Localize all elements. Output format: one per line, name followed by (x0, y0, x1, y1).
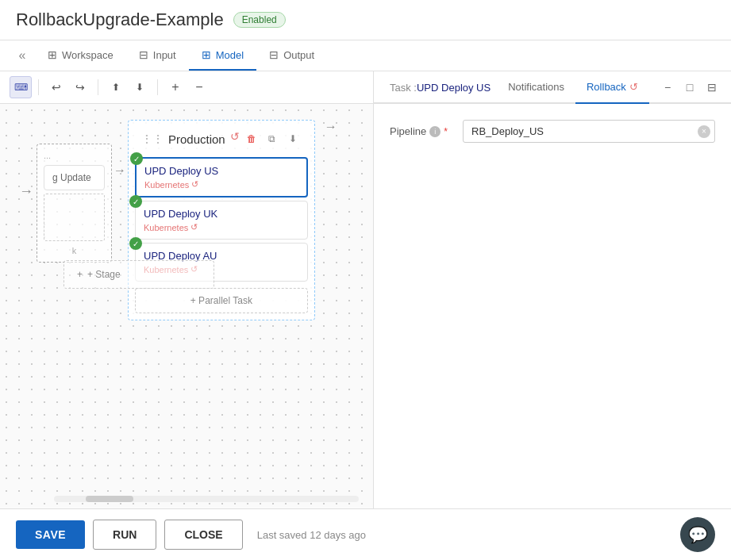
right-panel: Task :UPD Deploy US Notifications Rollba… (374, 71, 731, 508)
partial-task-2: k (44, 246, 105, 255)
zoom-in-button[interactable]: + (164, 76, 187, 98)
production-stage[interactable]: ⋮⋮ Production ↺ 🗑 ⧉ ⬇ ✓ UPD (128, 120, 315, 320)
collapse-button[interactable]: « (13, 46, 32, 65)
task-name-2: UPD Deploy UK (144, 208, 299, 220)
stage-actions: ↺ 🗑 ⧉ ⬇ (230, 130, 302, 148)
save-button[interactable]: SAVE (16, 520, 85, 549)
delete-stage-button[interactable]: 🗑 (243, 130, 260, 148)
copy-stage-button[interactable]: ⧉ (264, 130, 281, 148)
app-title: RollbackUpgrade-Example (16, 10, 224, 30)
move-up-button[interactable]: ⬆ (105, 76, 127, 98)
run-button[interactable]: RUN (93, 520, 156, 550)
toolbar-separator-3 (157, 79, 158, 95)
tab-input[interactable]: ⊟ Input (126, 40, 189, 71)
minimize-panel-button[interactable]: − (658, 78, 677, 97)
workspace-icon: ⊞ (48, 48, 57, 61)
clear-pipeline-button[interactable]: × (698, 125, 710, 138)
nav-tabs: « ⊞ Workspace ⊟ Input ⊞ Model ⊟ Output (0, 40, 731, 71)
pipeline-info-icon: i (429, 126, 441, 137)
task-type-2: Kubernetes ↺ (144, 222, 299, 232)
partial-task-1: g Update (44, 165, 105, 190)
save-status: Last saved 12 days ago (257, 529, 366, 541)
tab-output[interactable]: ⊟ Output (256, 40, 327, 71)
app-header: RollbackUpgrade-Example Enabled (0, 0, 731, 40)
toolbar-group-keyboard: ⌨ (10, 76, 32, 98)
canvas-toolbar: ⌨ ↩ ↪ ⬆ ⬇ + − (0, 71, 373, 104)
task-name: UPD Deploy US (144, 165, 298, 177)
canvas-panel: ⌨ ↩ ↪ ⬆ ⬇ + − → (0, 71, 374, 508)
output-icon: ⊟ (269, 48, 279, 61)
toolbar-separator-1 (38, 79, 39, 95)
task-card-upd-deploy-uk[interactable]: ✓ UPD Deploy UK Kubernetes ↺ (135, 201, 308, 240)
add-stage-icon: + (77, 269, 83, 280)
scroll-track (54, 496, 359, 502)
add-stage-button[interactable]: + + Stage (63, 260, 214, 289)
add-stage-area: → + + Stage (315, 120, 337, 190)
add-parallel-task-button[interactable]: + Parallel Task (135, 288, 308, 313)
toolbar-group-move: ⬆ ⬇ (105, 76, 151, 98)
task-rollback-icon: ↺ (191, 179, 198, 190)
task-rollback-icon-2: ↺ (190, 222, 198, 232)
tab-rollback[interactable]: Rollback ↺ (575, 71, 649, 104)
move-down-button[interactable]: ⬇ (129, 76, 151, 98)
zoom-out-button[interactable]: − (188, 76, 210, 98)
drag-handle-icon: ⋮⋮ (141, 132, 164, 145)
pipeline-field-row: Pipeline i * × (390, 120, 715, 143)
redo-button[interactable]: ↪ (69, 76, 91, 98)
rollback-stage-icon[interactable]: ↺ (230, 130, 240, 148)
task-check-icon-3: ✓ (129, 237, 142, 250)
task-check-icon: ✓ (130, 152, 143, 165)
restore-panel-button[interactable]: □ (680, 78, 699, 97)
task-label: Task :UPD Deploy US (383, 72, 497, 103)
enabled-badge: Enabled (233, 12, 286, 28)
toolbar-group-history: ↩ ↪ (45, 76, 91, 98)
model-icon: ⊞ (202, 48, 211, 61)
input-icon: ⊟ (139, 48, 148, 61)
pipeline-label: Pipeline i * (390, 125, 453, 137)
tab-model[interactable]: ⊞ Model (189, 40, 256, 71)
pipeline-input-wrap: × (463, 120, 715, 143)
required-indicator: * (444, 126, 448, 137)
arrow-1: → (113, 120, 126, 178)
stage-title: Production (168, 132, 225, 146)
toolbar-separator-2 (98, 79, 98, 95)
pipeline-input[interactable] (463, 120, 715, 143)
rollback-tab-icon: ↺ (629, 81, 638, 93)
bottom-bar: SAVE RUN CLOSE Last saved 12 days ago 💬 (0, 508, 731, 560)
arrow-2: → (325, 120, 337, 134)
tab-workspace[interactable]: ⊞ Workspace (35, 40, 126, 71)
close-panel-button[interactable]: ⊟ (702, 78, 721, 97)
horizontal-scrollbar[interactable] (48, 493, 365, 505)
chat-bubble-button[interactable]: 💬 (680, 517, 715, 552)
download-stage-button[interactable]: ⬇ (284, 130, 302, 148)
left-arrow: → (19, 120, 33, 200)
canvas-area[interactable]: → ... g Update k → ⋮⋮ (0, 104, 373, 508)
right-panel-content: Pipeline i * × (374, 104, 731, 508)
task-check-icon-2: ✓ (129, 195, 142, 208)
main-content: ⌨ ↩ ↪ ⬆ ⬇ + − → (0, 71, 731, 508)
pipeline-flow: → ... g Update k → ⋮⋮ (0, 104, 373, 336)
task-type: Kubernetes ↺ (144, 179, 298, 190)
stage-header: ⋮⋮ Production ↺ 🗑 ⧉ ⬇ (135, 127, 308, 151)
partial-stage-1: ... g Update k (37, 144, 112, 263)
right-tab-actions: − □ ⊟ (658, 78, 721, 97)
partial-stage-box (44, 194, 105, 241)
right-tabs: Task :UPD Deploy US Notifications Rollba… (374, 71, 731, 104)
task-card-upd-deploy-us[interactable]: ✓ UPD Deploy US Kubernetes ↺ (135, 157, 308, 198)
undo-button[interactable]: ↩ (45, 76, 67, 98)
close-button[interactable]: CLOSE (164, 520, 242, 550)
keyboard-button[interactable]: ⌨ (10, 76, 32, 98)
scroll-thumb (86, 496, 133, 502)
tab-notifications[interactable]: Notifications (497, 71, 575, 104)
toolbar-group-zoom: + − (164, 76, 210, 98)
chat-icon: 💬 (688, 525, 708, 544)
